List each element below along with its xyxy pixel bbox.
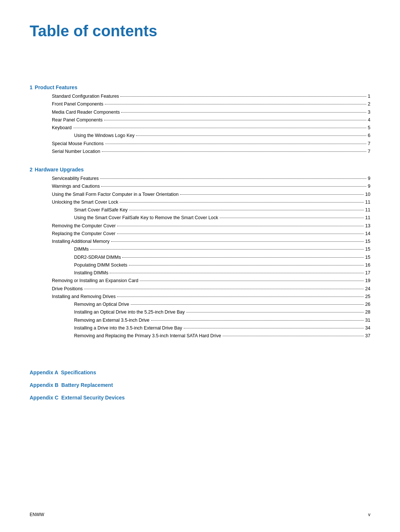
toc-entries: Serviceability Features9Warnings and Cau… (30, 175, 370, 340)
entry-text: Using the Small Form Factor Computer in … (52, 191, 179, 198)
toc-entry[interactable]: Drive Positions24 (30, 285, 370, 293)
entry-dots (223, 336, 364, 336)
entry-page: 11 (365, 206, 370, 214)
section-title: Product Features (35, 84, 77, 90)
entry-dots (122, 257, 364, 258)
appendix-label: Appendix B (30, 382, 59, 388)
entry-dots (102, 151, 366, 152)
entry-dots (101, 186, 366, 187)
toc-entry[interactable]: Using the Small Form Factor Computer in … (30, 191, 370, 198)
entry-dots (121, 112, 366, 113)
entry-page: 34 (365, 324, 370, 332)
entry-text: Installing a Drive into the 3.5-inch Ext… (74, 324, 182, 332)
toc-entry[interactable]: Removing an Optical Drive26 (30, 301, 370, 308)
entry-page: 15 (365, 238, 370, 245)
entry-text: Serial Number Location (52, 148, 100, 155)
toc-entry[interactable]: Special Mouse Functions7 (30, 140, 370, 148)
entry-page: 17 (365, 269, 370, 277)
entry-dots (117, 234, 364, 234)
entry-page: 10 (365, 191, 370, 198)
entry-text: Removing and Replacing the Primary 3.5-i… (74, 332, 221, 340)
toc-entry[interactable]: Serviceability Features9 (30, 175, 370, 183)
toc-section-1: 1Product FeaturesStandard Configuration … (30, 84, 370, 155)
footer: ENWW v (30, 512, 370, 517)
entry-dots (151, 320, 364, 321)
entry-page: 25 (365, 293, 370, 301)
toc-section-2: 2Hardware UpgradesServiceability Feature… (30, 167, 370, 340)
toc-entry[interactable]: Installing Additional Memory15 (30, 238, 370, 245)
appendix-title: Battery Replacement (61, 382, 113, 388)
toc-entry[interactable]: Installing an Optical Drive into the 5.2… (30, 308, 370, 316)
toc-entry[interactable]: Standard Configuration Features1 (30, 93, 370, 100)
toc-entry[interactable]: Using the Windows Logo Key6 (30, 132, 370, 140)
section-title: Hardware Upgrades (35, 167, 84, 173)
toc-entry[interactable]: Warnings and Cautions9 (30, 183, 370, 190)
entry-page: 37 (365, 332, 370, 340)
appendix-appendixC[interactable]: Appendix C External Security Devices (30, 395, 370, 401)
appendix-appendixA[interactable]: Appendix A Specifications (30, 369, 370, 375)
toc-entry[interactable]: Media Card Reader Components3 (30, 108, 370, 116)
toc-entry[interactable]: Unlocking the Smart Cover Lock11 (30, 198, 370, 206)
appendix-appendixB[interactable]: Appendix B Battery Replacement (30, 382, 370, 388)
entry-page: 2 (368, 100, 370, 108)
entry-text: Warnings and Cautions (52, 183, 100, 190)
entry-text: Rear Panel Components (52, 116, 103, 124)
toc-entry[interactable]: Serial Number Location7 (30, 148, 370, 155)
toc-entry[interactable]: Keyboard5 (30, 124, 370, 132)
toc-entry[interactable]: Removing or Installing an Expansion Card… (30, 277, 370, 285)
entry-page: 26 (365, 301, 370, 308)
toc-entry[interactable]: Installing and Removing Drives25 (30, 293, 370, 301)
footer-left: ENWW (30, 512, 44, 517)
toc-entry[interactable]: Smart Cover FailSafe Key11 (30, 206, 370, 214)
section-heading-1[interactable]: 1Product Features (30, 84, 370, 90)
entry-text: Drive Positions (52, 285, 83, 293)
appendix-title: Specifications (61, 369, 96, 375)
toc-entry[interactable]: Populating DIMM Sockets16 (30, 261, 370, 269)
entry-text: Removing or Installing an Expansion Card (52, 277, 138, 285)
entry-text: Unlocking the Smart Cover Lock (52, 198, 118, 206)
entry-page: 28 (365, 308, 370, 316)
entry-text: Installing an Optical Drive into the 5.2… (74, 308, 185, 316)
entry-text: Media Card Reader Components (52, 108, 120, 116)
entry-text: Removing an External 3.5-inch Drive (74, 317, 150, 324)
appendices-container: Appendix A SpecificationsAppendix B Batt… (30, 369, 370, 401)
toc-entry[interactable]: Front Panel Components2 (30, 100, 370, 108)
toc-entry[interactable]: Installing a Drive into the 3.5-inch Ext… (30, 324, 370, 332)
entry-text: Keyboard (52, 124, 72, 132)
toc-entry[interactable]: DDR2-SDRAM DIMMs15 (30, 254, 370, 261)
toc-entry[interactable]: Installing DIMMs17 (30, 269, 370, 277)
toc-entry[interactable]: Removing an External 3.5-inch Drive31 (30, 317, 370, 324)
toc-entry[interactable]: Rear Panel Components4 (30, 116, 370, 124)
entry-page: 9 (368, 175, 370, 183)
entry-text: Front Panel Components (52, 100, 103, 108)
entry-dots (140, 281, 364, 281)
entry-dots (110, 273, 364, 273)
entry-dots (111, 241, 364, 242)
toc-entry[interactable]: DIMMs15 (30, 245, 370, 253)
entry-page: 15 (365, 254, 370, 261)
section-heading-2[interactable]: 2Hardware Upgrades (30, 167, 370, 173)
entry-text: DIMMs (74, 245, 89, 253)
entry-page: 31 (365, 317, 370, 324)
entry-page: 6 (368, 132, 370, 140)
toc-entry[interactable]: Removing and Replacing the Primary 3.5-i… (30, 332, 370, 340)
entry-dots (84, 289, 364, 289)
toc-entry[interactable]: Replacing the Computer Cover14 (30, 230, 370, 238)
entry-dots (131, 304, 364, 305)
toc-container: 1Product FeaturesStandard Configuration … (30, 84, 370, 340)
entry-text: DDR2-SDRAM DIMMs (74, 254, 121, 261)
entry-page: 5 (368, 124, 370, 132)
entry-dots (120, 202, 364, 203)
entry-text: Removing the Computer Cover (52, 222, 116, 230)
entry-dots (120, 96, 366, 97)
entry-page: 7 (368, 140, 370, 148)
toc-entry[interactable]: Removing the Computer Cover13 (30, 222, 370, 230)
entry-page: 11 (365, 214, 370, 222)
appendix-label: Appendix A (30, 369, 58, 375)
entry-dots (105, 144, 366, 144)
entry-dots (105, 104, 366, 104)
toc-entry[interactable]: Using the Smart Cover FailSafe Key to Re… (30, 214, 370, 222)
entry-page: 14 (365, 230, 370, 238)
appendix-heading: Appendix A Specifications (30, 369, 370, 375)
entry-dots (186, 312, 364, 312)
